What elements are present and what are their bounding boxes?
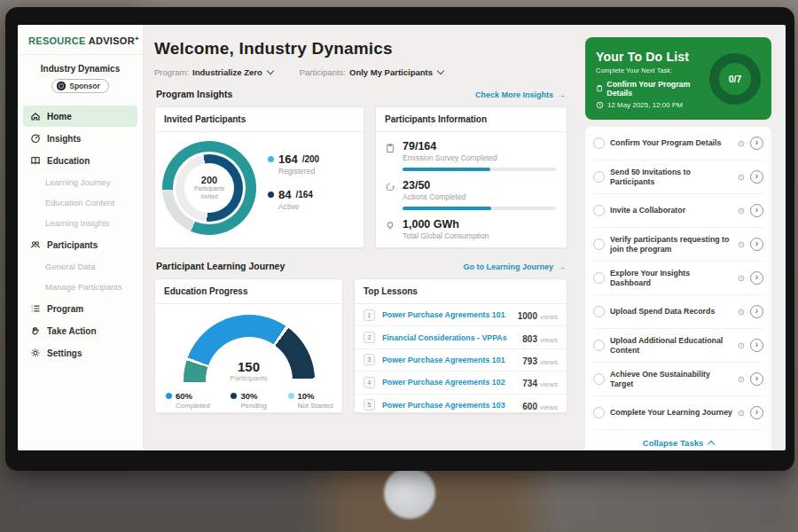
lesson-link[interactable]: Power Purchase Agreements 102	[382, 378, 515, 387]
clock-icon	[738, 207, 745, 215]
legend-not-started: 10% Not Started	[288, 391, 333, 410]
rank-badge: 5	[364, 399, 375, 411]
lesson-row: 1 Power Purchase Agreements 101 1000view…	[355, 304, 567, 326]
lesson-link[interactable]: Power Purchase Agreements 103	[382, 401, 515, 410]
not-started-dot	[288, 393, 294, 399]
lesson-row: 5 Power Purchase Agreements 103 600views	[355, 395, 567, 413]
sidebar-item-settings[interactable]: Settings	[23, 342, 137, 364]
gauge-center-label: 150 Participants	[184, 359, 315, 382]
task-label[interactable]: Complete Your Learning Journey	[610, 408, 732, 418]
card-title: Top Lessons	[355, 279, 567, 304]
sidebar-item-learning-journey[interactable]: Learning Journey	[18, 172, 143, 192]
card-title: Participants Information	[376, 107, 567, 132]
clock-icon	[738, 241, 745, 248]
task-go-button[interactable]: ›	[750, 204, 763, 217]
todo-next-task[interactable]: Confirm Your Program Details	[596, 80, 709, 98]
task-row: Upload Additional Educational Content ›	[593, 329, 763, 363]
actions-icon	[385, 182, 395, 192]
sidebar-item-take-action[interactable]: Take Action	[23, 320, 137, 341]
task-go-button[interactable]: ›	[750, 170, 763, 184]
invited-participants-card: Invited Participants 200 Participants In…	[154, 106, 364, 248]
stat-emission-survey: 79/164Emission Survey Completed	[376, 132, 567, 162]
arrow-right-icon: →	[557, 90, 566, 99]
task-label[interactable]: Send 50 Invitations to Participants	[610, 168, 732, 187]
sidebar-item-education-content[interactable]: Education Content	[18, 192, 143, 213]
task-label[interactable]: Upload Spend Data Records	[610, 307, 732, 317]
task-checkbox[interactable]	[593, 272, 605, 284]
pending-dot	[231, 393, 237, 399]
check-more-insights-link[interactable]: Check More Insights→	[475, 90, 566, 99]
task-label[interactable]: Explore Your Insights Dashboard	[610, 269, 732, 288]
participants-dropdown[interactable]: Participants:Only My Participants	[300, 67, 443, 77]
task-checkbox[interactable]	[593, 239, 605, 250]
program-label: Program:	[154, 67, 189, 77]
sidebar-item-manage-participants[interactable]: Manage Participants	[18, 277, 143, 297]
sponsor-icon	[57, 82, 66, 90]
task-checkbox[interactable]	[593, 171, 605, 183]
lesson-link[interactable]: Power Purchase Agreements 101	[382, 356, 515, 364]
views-count: 1000views	[518, 307, 558, 323]
sidebar-item-learning-insights[interactable]: Learning Insights	[18, 213, 143, 233]
task-label[interactable]: Confirm Your Program Details	[610, 138, 732, 148]
task-checkbox[interactable]	[593, 407, 605, 419]
sidebar-item-program[interactable]: Program	[23, 298, 137, 319]
sidebar-item-insights[interactable]: Insights	[23, 128, 137, 149]
collapse-tasks-link[interactable]: Collapse Tasks	[593, 430, 763, 450]
sidebar-item-general-data[interactable]: General Data	[18, 256, 143, 277]
filter-bar: Program:Industrialize Zero Participants:…	[154, 67, 567, 77]
gauge-legend: 60% Completed 30% Pending 10% Not Starte…	[155, 382, 342, 410]
sidebar-item-participants[interactable]: Participants	[23, 234, 137, 255]
clock-icon	[738, 309, 745, 316]
sidebar-item-education[interactable]: Education	[23, 150, 137, 171]
task-checkbox[interactable]	[593, 137, 605, 149]
go-to-learning-journey-link[interactable]: Go to Learning Journey→	[463, 262, 566, 271]
legend-active: 84/164 Active	[268, 188, 319, 211]
clock-icon	[738, 410, 745, 417]
brand-plus: +	[135, 35, 139, 43]
learning-journey-title: Participant Learning Journey	[156, 261, 285, 271]
clock-icon	[738, 376, 745, 383]
task-go-button[interactable]: ›	[750, 339, 763, 352]
chevron-down-icon	[437, 67, 444, 74]
rank-badge: 3	[364, 354, 375, 365]
clock-icon	[738, 174, 745, 181]
task-row: Upload Spend Data Records ›	[593, 295, 763, 329]
lesson-link[interactable]: Power Purchase Agreements 101	[382, 310, 511, 319]
legend-registered: 164/200 Registered	[268, 153, 319, 176]
active-dot	[268, 192, 274, 198]
rank-badge: 4	[364, 377, 375, 388]
task-row: Send 50 Invitations to Participants ›	[593, 160, 763, 194]
task-row: Verify participants requesting to join t…	[593, 228, 763, 262]
stat-consumption: 1,000 GWhTotal Global Consumption	[376, 210, 567, 240]
task-go-button[interactable]: ›	[750, 137, 763, 150]
task-label[interactable]: Invite a Collaborator	[610, 206, 732, 215]
task-checkbox[interactable]	[593, 373, 605, 385]
views-count: 793views	[522, 352, 558, 368]
task-checkbox[interactable]	[593, 340, 605, 351]
task-label[interactable]: Upload Additional Educational Content	[610, 336, 732, 356]
card-title: Education Progress	[155, 279, 342, 304]
task-go-button[interactable]: ›	[750, 238, 763, 251]
app-logo: RESOURCE ADVISOR+	[18, 25, 143, 55]
task-checkbox[interactable]	[593, 306, 605, 317]
views-count: 734views	[522, 374, 558, 390]
monitor-stand	[384, 467, 435, 519]
task-go-button[interactable]: ›	[750, 305, 763, 318]
lesson-link[interactable]: Financial Considerations - VPPAs	[382, 333, 515, 342]
donut-center-label: 200 Participants Invited	[162, 141, 256, 235]
chevron-up-icon	[708, 441, 715, 448]
sidebar-item-home[interactable]: Home	[23, 106, 137, 127]
program-dropdown[interactable]: Program:Industrialize Zero	[154, 67, 273, 77]
lightbulb-icon	[385, 221, 395, 231]
chevron-down-icon	[266, 67, 273, 74]
task-go-button[interactable]: ›	[750, 372, 763, 386]
task-label[interactable]: Verify participants requesting to join t…	[610, 235, 732, 254]
lesson-row: 3 Power Purchase Agreements 101 793views	[355, 349, 567, 372]
task-go-button[interactable]: ›	[750, 406, 763, 419]
task-go-button[interactable]: ›	[750, 271, 763, 285]
task-label[interactable]: Achieve One Sustainability Target	[610, 370, 732, 389]
stat-actions: 23/50Actions Completed	[376, 171, 567, 201]
participants-value: Only My Participants	[349, 67, 433, 77]
task-checkbox[interactable]	[593, 205, 605, 216]
org-name: Industry Dynamics	[18, 64, 143, 74]
